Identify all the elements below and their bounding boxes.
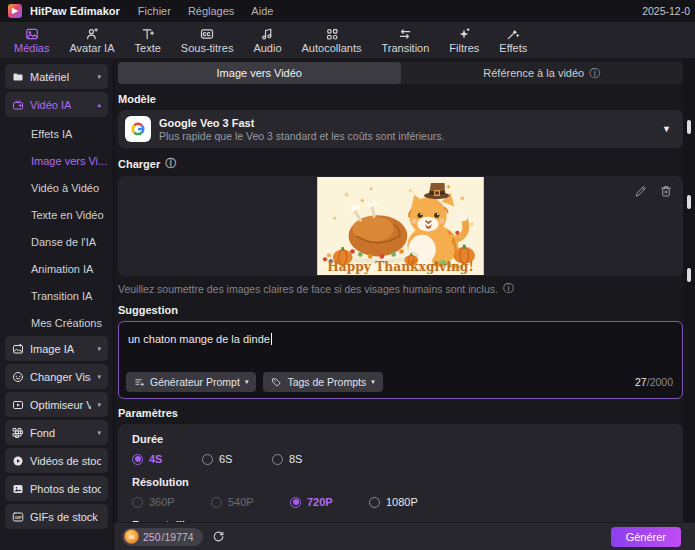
radio-duration-4s[interactable]: 4S: [132, 453, 202, 465]
sidebar-item-danse-ia[interactable]: Danse de l'IA: [5, 228, 108, 255]
radio-resolution-360p[interactable]: 360P: [132, 496, 211, 508]
tab-filtres[interactable]: Filtres: [439, 22, 489, 58]
app-title: HitPaw Edimakor: [30, 5, 120, 17]
chevron-up-icon: ▴: [97, 101, 101, 109]
avatar-icon: [85, 27, 99, 41]
tab-reference-video[interactable]: Référence à la vidéo ⓘ: [401, 62, 684, 84]
google-logo-icon: [125, 116, 151, 142]
upload-label: Charger ⓘ: [118, 156, 683, 171]
transition-arrows-icon: [398, 27, 412, 41]
radio-icon: [272, 454, 283, 465]
app-logo-icon: ▶: [8, 4, 22, 18]
image-ia-icon: [12, 343, 24, 355]
info-icon: ⓘ: [503, 281, 514, 296]
stickers-icon: [325, 27, 339, 41]
model-selector[interactable]: Google Veo 3 Fast Plus rapide que le Veo…: [118, 110, 683, 148]
radio-resolution-720p[interactable]: 720P: [290, 496, 369, 508]
sidebar-item-gifs-stock[interactable]: GIF GIFs de stock: [5, 504, 108, 529]
sidebar-item-texte-en-video[interactable]: Texte en Vidéo: [5, 201, 108, 228]
suggestion-label: Suggestion: [118, 304, 683, 316]
radio-icon: [132, 497, 143, 508]
tab-autocollants[interactable]: Autocollants: [292, 22, 372, 58]
image-tools: [634, 184, 673, 198]
parameters-label: Paramètres: [118, 407, 683, 419]
tab-transition[interactable]: Transition: [371, 22, 439, 58]
prompt-textarea[interactable]: un chaton mange de la dinde Générateur P…: [118, 321, 683, 399]
captions-icon: [200, 27, 214, 41]
parameters-panel: Durée 4S 6S 8S Résolution 360P 540P 720P…: [118, 424, 683, 528]
radio-duration-6s[interactable]: 6S: [202, 453, 272, 465]
sidebar-item-fond[interactable]: Fond ▾: [5, 420, 108, 445]
sidebar-item-transition-ia[interactable]: Transition IA: [5, 282, 108, 309]
delete-trash-icon[interactable]: [659, 184, 673, 198]
chevron-down-icon: ▾: [97, 429, 101, 437]
chevron-down-icon: ▾: [97, 401, 101, 409]
char-counter: 27/2000: [635, 376, 673, 388]
sidebar-item-videos-stock[interactable]: Vidéos de stock: [5, 448, 108, 473]
duration-label: Durée: [132, 433, 669, 445]
credits-pill[interactable]: AI 250/19774: [122, 528, 203, 546]
tab-medias[interactable]: Médias: [4, 22, 59, 58]
radio-resolution-540p[interactable]: 540P: [211, 496, 290, 508]
radio-resolution-1080p[interactable]: 1080P: [369, 496, 448, 508]
magic-wand-icon: [506, 27, 520, 41]
sidebar-item-photos-stock[interactable]: Photos de stock: [5, 476, 108, 501]
sidebar-item-video-ia[interactable]: Vidéo IA ▴: [5, 92, 108, 117]
list-arrow-icon: [134, 377, 145, 388]
radio-duration-8s[interactable]: 8S: [272, 453, 342, 465]
tab-sous-titres[interactable]: Sous-titres: [171, 22, 244, 58]
duration-options: 4S 6S 8S: [132, 453, 669, 465]
sidebar-item-changer-visage[interactable]: Changer Visa... ▾: [5, 364, 108, 389]
sidebar-item-optimiseur[interactable]: Optimiseur Vi... ▾: [5, 392, 108, 417]
app-window: ▶ HitPaw Edimakor Fichier Réglages Aide …: [0, 0, 695, 550]
upload-hint: Veuillez soumettre des images claires de…: [118, 281, 683, 296]
scrollbar-mark[interactable]: [687, 120, 691, 134]
tab-texte[interactable]: Texte: [125, 22, 171, 58]
upload-area[interactable]: Happy Thankxgiving!: [118, 176, 683, 276]
prompt-tags-button[interactable]: Tags de Prompts ▾: [263, 372, 382, 392]
scrollbar-mark[interactable]: [687, 195, 691, 209]
resolution-options: 360P 540P 720P 1080P: [132, 496, 669, 508]
face-icon: [12, 371, 24, 383]
uploaded-image: Happy Thankxgiving!: [316, 177, 485, 275]
image-caption: Happy Thankxgiving!: [327, 259, 474, 274]
model-name: Google Veo 3 Fast: [159, 117, 444, 129]
generate-button[interactable]: Générer: [611, 527, 681, 547]
sidebar-item-effets-ia[interactable]: Effets IA: [5, 120, 108, 147]
tab-avatar-ia[interactable]: Avatar IA: [59, 22, 124, 58]
edit-pencil-icon[interactable]: [634, 184, 648, 198]
sidebar-item-mes-creations[interactable]: Mes Créations: [5, 309, 108, 336]
sidebar-item-video-a-video[interactable]: Vidéo à Vidéo: [5, 174, 108, 201]
checkerboard-icon: [12, 427, 24, 439]
tab-effets[interactable]: Effets: [489, 22, 537, 58]
tab-image-vers-video[interactable]: Image vers Vidéo: [118, 62, 401, 84]
sidebar-item-materiel[interactable]: Matériel ▾: [5, 64, 108, 89]
gif-icon: GIF: [12, 511, 24, 523]
media-icon: [25, 27, 39, 41]
video-enhance-icon: [12, 399, 24, 411]
footer-bar: AI 250/19774 Générer: [114, 522, 695, 550]
mode-tabs: Image vers Vidéo Référence à la vidéo ⓘ: [118, 62, 683, 84]
sidebar-item-image-vers-video[interactable]: Image vers Vi...: [5, 147, 108, 174]
menu-aide[interactable]: Aide: [251, 5, 273, 17]
chevron-down-icon[interactable]: ▼: [662, 124, 671, 134]
chevron-down-icon: ▾: [97, 345, 101, 353]
ai-coin-icon: AI: [124, 529, 139, 544]
menubar: Fichier Réglages Aide: [138, 5, 274, 17]
radio-icon: [211, 497, 222, 508]
folder-icon: [12, 71, 24, 83]
refresh-icon[interactable]: [212, 530, 225, 543]
sidebar-item-animation-ia[interactable]: Animation IA: [5, 255, 108, 282]
music-note-icon: [260, 27, 274, 41]
menu-fichier[interactable]: Fichier: [138, 5, 171, 17]
scrollbar-mark[interactable]: [687, 268, 691, 282]
prompt-toolbar: Générateur Prompt ▾ Tags de Prompts ▾ 27…: [126, 372, 673, 392]
sidebar-item-image-ia[interactable]: Image IA ▾: [5, 336, 108, 361]
menu-reglages[interactable]: Réglages: [188, 5, 234, 17]
chevron-down-icon: ▾: [245, 378, 249, 386]
date-label: 2025-12-0: [642, 5, 690, 17]
tab-audio[interactable]: Audio: [243, 22, 291, 58]
radio-icon: [369, 497, 380, 508]
radio-icon: [202, 454, 213, 465]
prompt-generator-button[interactable]: Générateur Prompt ▾: [126, 372, 256, 392]
